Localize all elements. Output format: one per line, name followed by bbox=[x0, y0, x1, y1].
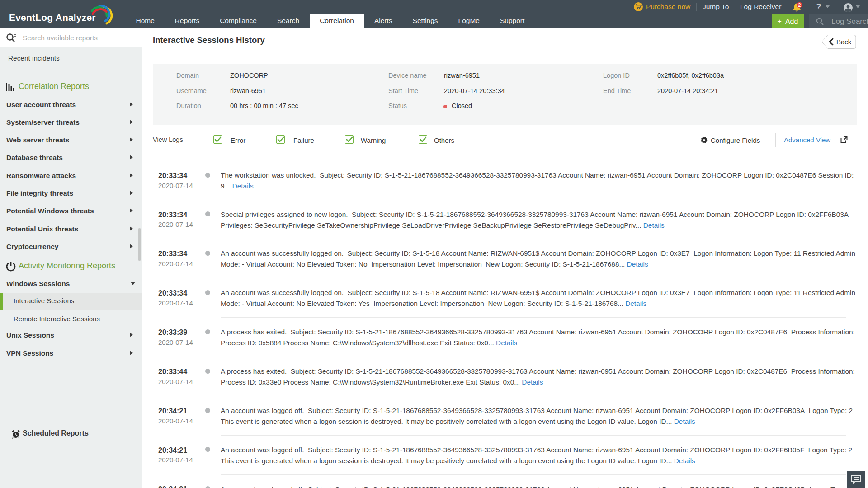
svg-text:2: 2 bbox=[798, 2, 801, 8]
svg-text:Back: Back bbox=[836, 38, 852, 46]
